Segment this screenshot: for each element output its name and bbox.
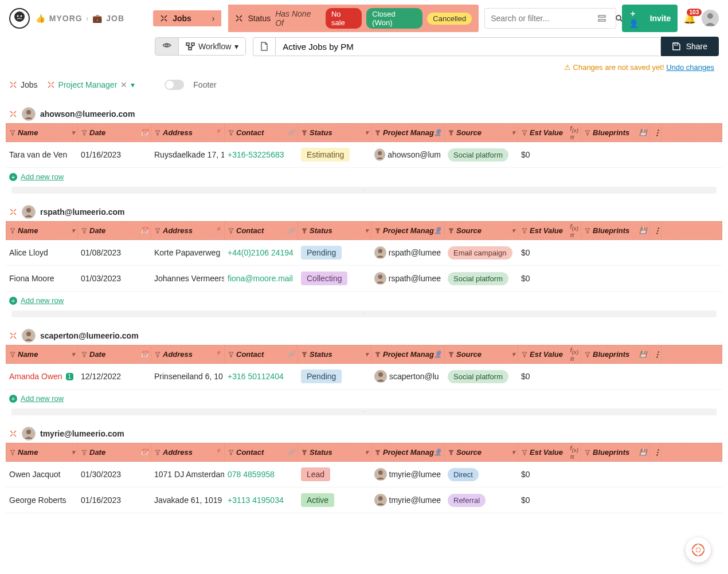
- filter-icon[interactable]: [155, 352, 161, 357]
- column-contact[interactable]: Contact🔗: [225, 222, 298, 239]
- column-est[interactable]: Est Valuef(x)π: [518, 345, 581, 363]
- filter-icon[interactable]: [375, 130, 381, 136]
- filter-icon[interactable]: [10, 228, 15, 234]
- settings-icon[interactable]: [596, 12, 608, 25]
- cell-contact[interactable]: +44(0)2106 24194: [228, 248, 293, 257]
- cell-est[interactable]: $0: [518, 142, 581, 167]
- column-source[interactable]: Source▾: [445, 124, 518, 141]
- group-resize-handle[interactable]: ⋯: [11, 310, 717, 317]
- filter-icon[interactable]: [585, 352, 590, 357]
- column-est[interactable]: Est Valuef(x)π: [518, 124, 581, 141]
- source-pill[interactable]: Social platform: [448, 272, 508, 285]
- caret-down-icon[interactable]: ▾: [131, 80, 135, 89]
- filter-icon[interactable]: [228, 450, 234, 455]
- column-pm[interactable]: Project Manag👤: [371, 443, 445, 461]
- cell-blueprints[interactable]: [581, 462, 649, 487]
- column-date[interactable]: Date📅: [78, 443, 151, 461]
- column-pm[interactable]: Project Manag👤: [371, 222, 445, 239]
- tab-project-manager[interactable]: Project Manager ✕ ▾: [47, 80, 135, 89]
- filter-icon[interactable]: [522, 130, 527, 136]
- cell-blueprints[interactable]: [581, 266, 649, 291]
- tag-cancelled[interactable]: Cancelled: [427, 13, 472, 25]
- cell-pm[interactable]: tmyrie@lumee: [389, 470, 441, 479]
- column-address[interactable]: Address📍: [151, 222, 225, 239]
- add-row-button[interactable]: +Add new row: [6, 390, 722, 407]
- source-pill[interactable]: Direct: [448, 468, 479, 481]
- close-icon[interactable]: ✕: [120, 80, 127, 89]
- table-row[interactable]: George Roberts01/16/2023Javakade 61, 101…: [6, 487, 722, 513]
- filter-icon[interactable]: [522, 352, 527, 357]
- filter-icon[interactable]: [155, 130, 161, 136]
- filter-icon[interactable]: [81, 130, 87, 136]
- filter-icon[interactable]: [155, 450, 161, 455]
- cell-pm[interactable]: rspath@lumee: [389, 248, 441, 257]
- group-resize-handle[interactable]: ⋯: [11, 408, 717, 415]
- table-row[interactable]: Fiona Moore01/03/2023Johannes Vermeersfi…: [6, 266, 722, 292]
- cell-address[interactable]: 1071 DJ Amsterdam: [151, 462, 224, 487]
- source-pill[interactable]: Social platform: [448, 148, 508, 162]
- status-pill[interactable]: Pending: [301, 369, 342, 383]
- workflow-button[interactable]: Workflow ▾: [179, 38, 245, 55]
- column-more[interactable]: ⋮: [650, 124, 662, 141]
- notifications-button[interactable]: 🔔103: [683, 12, 696, 25]
- status-pill[interactable]: Active: [301, 493, 334, 507]
- column-date[interactable]: Date📅: [78, 124, 151, 141]
- column-status[interactable]: Status▾: [298, 124, 371, 141]
- filter-icon[interactable]: [81, 450, 87, 455]
- source-pill[interactable]: Email campaign: [448, 246, 512, 260]
- cell-blueprints[interactable]: [581, 487, 649, 513]
- filter-icon[interactable]: [522, 228, 527, 234]
- tab-jobs[interactable]: Jobs: [9, 80, 38, 89]
- column-pm[interactable]: Project Manag👤: [371, 124, 445, 141]
- add-row-button[interactable]: +Add new row: [6, 168, 722, 186]
- status-pill[interactable]: Collecting: [301, 272, 347, 285]
- filter-icon[interactable]: [448, 130, 454, 136]
- status-pill[interactable]: Estimating: [301, 148, 350, 162]
- filter-icon[interactable]: [228, 130, 234, 136]
- column-pm[interactable]: Project Manag👤: [371, 345, 445, 363]
- cell-name[interactable]: Owen Jacquot: [9, 470, 61, 479]
- cell-address[interactable]: Javakade 61, 1019: [151, 487, 224, 513]
- app-logo[interactable]: [9, 8, 30, 29]
- cell-name[interactable]: Tara van de Ven: [9, 150, 67, 159]
- column-bp[interactable]: Blueprints💾: [581, 443, 650, 461]
- group-resize-handle[interactable]: ⋯: [11, 187, 717, 194]
- filter-status-chip[interactable]: Status Has None Of No sale Closed (Won) …: [228, 5, 479, 32]
- visibility-button[interactable]: [155, 38, 179, 55]
- column-status[interactable]: Status▾: [298, 222, 371, 239]
- column-date[interactable]: Date📅: [78, 345, 151, 363]
- cell-blueprints[interactable]: [581, 240, 649, 265]
- filter-icon[interactable]: [302, 130, 307, 136]
- column-date[interactable]: Date📅: [78, 222, 151, 239]
- column-contact[interactable]: Contact🔗: [225, 124, 298, 141]
- cell-contact[interactable]: +3113 4195034: [228, 496, 284, 505]
- cell-blueprints[interactable]: [581, 364, 649, 389]
- cell-address[interactable]: Johannes Vermeers: [151, 266, 224, 291]
- cell-pm[interactable]: tmyrie@lumee: [389, 496, 441, 505]
- filter-icon[interactable]: [10, 352, 15, 357]
- cell-est[interactable]: $0: [518, 487, 581, 513]
- source-pill[interactable]: Social platform: [448, 370, 508, 383]
- column-name[interactable]: Name▾: [6, 124, 78, 141]
- breadcrumb-org[interactable]: MYORG: [49, 14, 83, 23]
- cell-name[interactable]: Fiona Moore: [9, 274, 54, 283]
- cell-contact[interactable]: 078 4859958: [228, 470, 275, 479]
- group-header[interactable]: ahowson@lumeerio.com: [6, 105, 722, 123]
- table-row[interactable]: Tara van de Ven01/16/2023Ruysdaelkade 17…: [6, 142, 722, 168]
- cell-name[interactable]: George Roberts: [9, 496, 66, 505]
- cell-date[interactable]: 12/12/2022: [77, 364, 151, 389]
- tag-no-sale[interactable]: No sale: [326, 8, 362, 29]
- column-bp[interactable]: Blueprints💾: [581, 345, 650, 363]
- filter-icon[interactable]: [302, 450, 307, 455]
- column-status[interactable]: Status▾: [298, 345, 371, 363]
- column-source[interactable]: Source▾: [445, 443, 518, 461]
- cell-name[interactable]: Alice Lloyd: [9, 248, 48, 257]
- filter-icon[interactable]: [522, 450, 527, 455]
- column-contact[interactable]: Contact🔗: [225, 345, 298, 363]
- filter-icon[interactable]: [81, 228, 87, 234]
- cell-est[interactable]: $0: [518, 462, 581, 487]
- undo-link[interactable]: Undo changes: [666, 63, 714, 72]
- cell-date[interactable]: 01/30/2023: [77, 462, 151, 487]
- table-row[interactable]: Owen Jacquot01/30/20231071 DJ Amsterdam0…: [6, 462, 722, 487]
- cell-pm[interactable]: scaperton@lu: [389, 372, 439, 381]
